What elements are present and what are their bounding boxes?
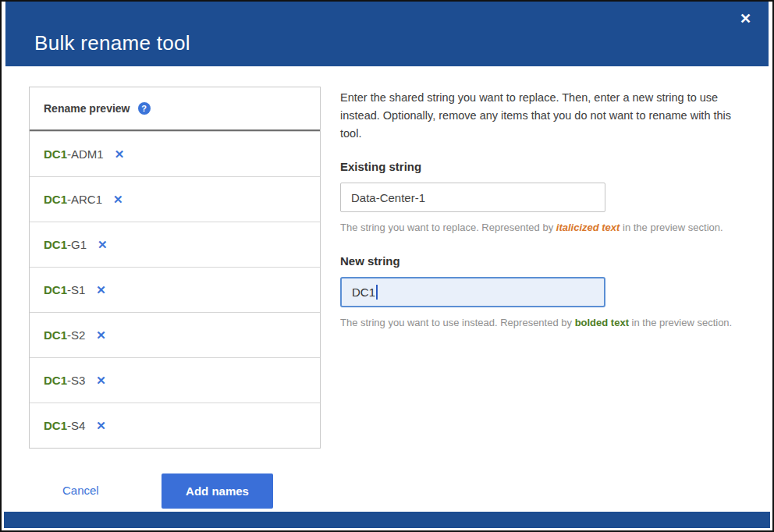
item-prefix: DC1: [44, 283, 67, 296]
remove-item-icon[interactable]: ✕: [96, 374, 106, 388]
remove-item-icon[interactable]: ✕: [96, 328, 106, 342]
preview-row: DC1-S4 ✕: [30, 403, 320, 448]
new-string-input[interactable]: DC1: [340, 277, 605, 307]
existing-string-value: Data-Center-1: [351, 191, 425, 204]
rename-preview-panel: Rename preview ? DC1-ADM1 ✕ DC1-ARC1 ✕ D…: [29, 87, 321, 449]
item-prefix: DC1: [44, 147, 67, 161]
item-suffix: -ADM1: [67, 147, 104, 161]
item-suffix: -S4: [67, 419, 85, 432]
new-string-value: DC1: [352, 286, 375, 299]
item-suffix: -S1: [67, 283, 85, 296]
preview-row: DC1-S3 ✕: [30, 357, 320, 403]
bolded-text-highlight: bolded text: [575, 317, 629, 328]
italicized-text-highlight: italicized text: [556, 222, 620, 233]
preview-row: DC1-ADM1 ✕: [30, 131, 320, 176]
text-cursor: [376, 285, 378, 300]
add-names-button[interactable]: Add names: [162, 473, 273, 509]
bulk-rename-dialog: Bulk rename tool ✕ Rename preview ? DC1-…: [0, 0, 774, 532]
bottom-bar: [4, 512, 770, 528]
remove-item-icon[interactable]: ✕: [113, 193, 123, 207]
preview-row: DC1-S1 ✕: [30, 267, 320, 312]
preview-row: DC1-G1 ✕: [30, 222, 320, 267]
existing-string-label: Existing string: [340, 160, 752, 173]
new-string-helper: The string you want to use instead. Repr…: [340, 317, 752, 328]
item-suffix: -G1: [67, 238, 87, 251]
rename-preview-title: Rename preview: [44, 102, 130, 115]
preview-row: DC1-ARC1 ✕: [30, 176, 320, 222]
dialog-title: Bulk rename tool: [34, 31, 190, 55]
item-prefix: DC1: [44, 374, 67, 387]
item-suffix: -S2: [67, 328, 85, 342]
existing-string-input[interactable]: Data-Center-1: [340, 183, 605, 212]
existing-string-helper: The string you want to replace. Represen…: [340, 222, 752, 233]
rename-form: Enter the shared string you want to repl…: [340, 89, 752, 328]
remove-item-icon[interactable]: ✕: [96, 283, 106, 297]
remove-item-icon[interactable]: ✕: [96, 419, 106, 433]
dialog-header: Bulk rename tool ✕: [5, 2, 769, 66]
remove-item-icon[interactable]: ✕: [98, 238, 108, 252]
help-icon[interactable]: ?: [138, 102, 151, 115]
item-prefix: DC1: [44, 238, 67, 251]
item-suffix: -S3: [67, 374, 85, 387]
item-prefix: DC1: [44, 193, 67, 206]
instructions-text: Enter the shared string you want to repl…: [340, 89, 752, 143]
item-suffix: -ARC1: [67, 193, 102, 206]
remove-item-icon[interactable]: ✕: [115, 147, 125, 161]
close-icon[interactable]: ✕: [740, 12, 751, 26]
rename-preview-header: Rename preview ?: [30, 87, 320, 131]
item-prefix: DC1: [44, 328, 67, 342]
item-prefix: DC1: [44, 419, 67, 432]
cancel-button[interactable]: Cancel: [62, 484, 99, 497]
new-string-label: New string: [340, 254, 752, 268]
preview-row: DC1-S2 ✕: [30, 312, 320, 357]
